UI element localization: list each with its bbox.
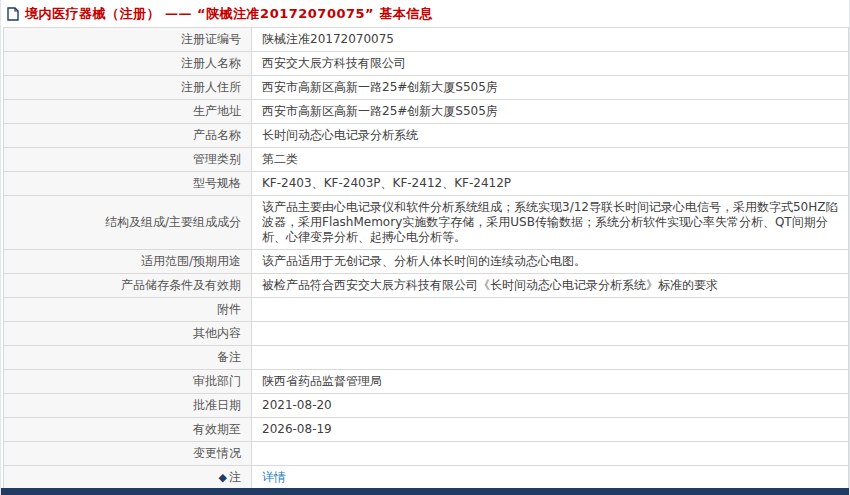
row-label-text: 注 xyxy=(229,470,241,484)
row-value: 2021-08-20 xyxy=(252,394,849,418)
row-value: 西安市高新区高新一路25#创新大厦S505房 xyxy=(252,76,849,100)
row-label: 结构及组成/主要组成成分 xyxy=(4,196,252,250)
registration-info-table: 注册证编号 陕械注准20172070075 注册人名称 西安交大辰方科技有限公司… xyxy=(3,27,849,490)
diamond-icon: ◆ xyxy=(219,471,227,484)
row-label: 管理类别 xyxy=(4,148,252,172)
row-value: 西安市高新区高新一路25#创新大厦S505房 xyxy=(252,100,849,124)
row-label: 产品储存条件及有效期 xyxy=(4,274,252,298)
row-label: 备注 xyxy=(4,346,252,370)
row-label: 型号规格 xyxy=(4,172,252,196)
row-label: 变更情况 xyxy=(4,442,252,466)
row-value: 被检产品符合西安交大辰方科技有限公司《长时间动态心电记录分析系统》标准的要求 xyxy=(252,274,849,298)
row-label: 审批部门 xyxy=(4,370,252,394)
row-label: 其他内容 xyxy=(4,322,252,346)
table-row: 生产地址 西安市高新区高新一路25#创新大厦S505房 xyxy=(4,100,849,124)
row-label: ◆注 xyxy=(4,466,252,490)
table-row: 适用范围/预期用途 该产品适用于无创记录、分析人体长时间的连续动态心电图。 xyxy=(4,250,849,274)
row-label: 产品名称 xyxy=(4,124,252,148)
detail-link[interactable]: 详情 xyxy=(262,470,286,484)
row-value: KF-2403、KF-2403P、KF-2412、KF-2412P xyxy=(252,172,849,196)
row-label: 注册人名称 xyxy=(4,52,252,76)
row-value: 该产品适用于无创记录、分析人体长时间的连续动态心电图。 xyxy=(252,250,849,274)
row-label: 注册人住所 xyxy=(4,76,252,100)
row-value: 陕械注准20172070075 xyxy=(252,28,849,52)
row-value xyxy=(252,322,849,346)
table-row: 管理类别 第二类 xyxy=(4,148,849,172)
table-row: 其他内容 xyxy=(4,322,849,346)
row-value xyxy=(252,346,849,370)
table-row: 变更情况 xyxy=(4,442,849,466)
table-row: 结构及组成/主要组成成分 该产品主要由心电记录仪和软件分析系统组成；系统实现3/… xyxy=(4,196,849,250)
table-row: 附件 xyxy=(4,298,849,322)
row-value: 第二类 xyxy=(252,148,849,172)
table-row: 产品储存条件及有效期 被检产品符合西安交大辰方科技有限公司《长时间动态心电记录分… xyxy=(4,274,849,298)
row-value: 西安交大辰方科技有限公司 xyxy=(252,52,849,76)
table-row: 注册人名称 西安交大辰方科技有限公司 xyxy=(4,52,849,76)
row-label: 适用范围/预期用途 xyxy=(4,250,252,274)
table-row: 备注 xyxy=(4,346,849,370)
table-row-note: ◆注 详情 xyxy=(4,466,849,490)
row-value: 长时间动态心电记录分析系统 xyxy=(252,124,849,148)
row-value xyxy=(252,442,849,466)
row-label: 生产地址 xyxy=(4,100,252,124)
table-row: 注册证编号 陕械注准20172070075 xyxy=(4,28,849,52)
row-value xyxy=(252,298,849,322)
row-value: 2026-08-19 xyxy=(252,418,849,442)
registration-info-page: 境内医疗器械（注册） —— “陕械注准20172070075” 基本信息 注册证… xyxy=(0,0,850,495)
row-label: 有效期至 xyxy=(4,418,252,442)
row-label: 批准日期 xyxy=(4,394,252,418)
row-label: 注册证编号 xyxy=(4,28,252,52)
page-header: 境内医疗器械（注册） —— “陕械注准20172070075” 基本信息 xyxy=(1,0,849,27)
row-label: 附件 xyxy=(4,298,252,322)
table-row: 产品名称 长时间动态心电记录分析系统 xyxy=(4,124,849,148)
row-value: 陕西省药品监督管理局 xyxy=(252,370,849,394)
table-row: 批准日期 2021-08-20 xyxy=(4,394,849,418)
table-row: 型号规格 KF-2403、KF-2403P、KF-2412、KF-2412P xyxy=(4,172,849,196)
table-row: 有效期至 2026-08-19 xyxy=(4,418,849,442)
page-title: 境内医疗器械（注册） —— “陕械注准20172070075” 基本信息 xyxy=(25,5,433,23)
table-row: 注册人住所 西安市高新区高新一路25#创新大厦S505房 xyxy=(4,76,849,100)
bottom-bar xyxy=(1,488,849,495)
row-value: 详情 xyxy=(252,466,849,490)
document-icon xyxy=(7,7,19,21)
row-value: 该产品主要由心电记录仪和软件分析系统组成；系统实现3/12导联长时间记录心电信号… xyxy=(252,196,849,250)
table-row: 审批部门 陕西省药品监督管理局 xyxy=(4,370,849,394)
